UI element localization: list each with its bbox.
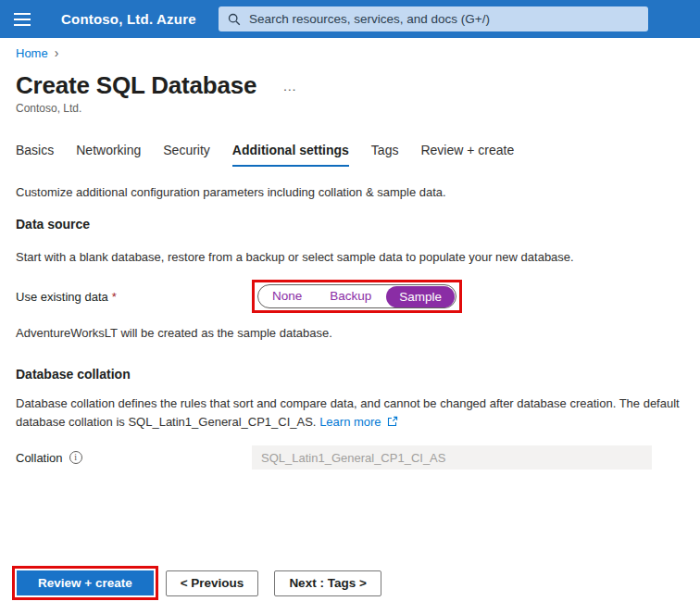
page-overflow-menu-icon[interactable]: … <box>282 80 298 91</box>
chevron-right-icon: › <box>55 47 59 59</box>
info-icon[interactable]: i <box>69 451 82 464</box>
azure-top-bar: Contoso, Ltd. Azure <box>0 0 700 38</box>
annotation-box-review-create: Review + create <box>12 566 158 600</box>
intro-text: Customize additional configuration param… <box>16 183 684 202</box>
use-existing-data-label: Use existing data * <box>16 290 252 304</box>
database-collation-heading: Database collation <box>16 367 684 382</box>
hamburger-menu-icon[interactable] <box>0 0 44 38</box>
search-input[interactable] <box>249 12 639 26</box>
collation-row: Collation i <box>16 445 684 470</box>
next-tags-button[interactable]: Next : Tags > <box>274 570 381 596</box>
tab-basics[interactable]: Basics <box>16 143 54 167</box>
page-title-row: Create SQL Database … <box>16 71 684 99</box>
tab-additional-settings[interactable]: Additional settings <box>232 143 349 167</box>
tab-networking[interactable]: Networking <box>76 143 141 167</box>
breadcrumb: Home › <box>16 46 684 60</box>
sample-database-note: AdventureWorksLT will be created as the … <box>16 324 684 343</box>
previous-button[interactable]: < Previous <box>166 570 259 596</box>
portal-title: Contoso, Ltd. Azure <box>61 11 196 27</box>
use-existing-data-toggle: None Backup Sample <box>257 284 456 308</box>
annotation-box-toggle: None Backup Sample <box>252 280 462 313</box>
collation-label: Collation i <box>16 451 252 465</box>
page-title: Create SQL Database <box>16 71 256 99</box>
page-content: Home › Create SQL Database … Contoso, Lt… <box>0 46 700 470</box>
search-icon <box>228 13 241 26</box>
tab-review-create[interactable]: Review + create <box>420 143 514 167</box>
review-create-button[interactable]: Review + create <box>17 570 154 595</box>
required-asterisk: * <box>112 290 117 304</box>
data-source-heading: Data source <box>16 217 684 232</box>
toggle-option-backup[interactable]: Backup <box>316 284 385 308</box>
breadcrumb-home-link[interactable]: Home <box>16 46 48 60</box>
global-search[interactable] <box>219 6 648 31</box>
tab-security[interactable]: Security <box>163 143 210 167</box>
data-source-description: Start with a blank database, restore fro… <box>16 248 684 267</box>
learn-more-link[interactable]: Learn more <box>319 415 381 429</box>
tab-tags[interactable]: Tags <box>371 143 399 167</box>
use-existing-data-row: Use existing data * None Backup Sample <box>16 280 684 313</box>
toggle-option-sample[interactable]: Sample <box>386 286 455 307</box>
wizard-tabs: Basics Networking Security Additional se… <box>16 143 684 167</box>
toggle-option-none[interactable]: None <box>258 284 316 308</box>
external-link-icon <box>387 414 398 432</box>
directory-subtitle: Contoso, Ltd. <box>16 102 684 115</box>
wizard-footer: Review + create < Previous Next : Tags > <box>12 566 397 600</box>
collation-description: Database collation defines the rules tha… <box>16 395 684 432</box>
collation-input <box>252 445 652 470</box>
